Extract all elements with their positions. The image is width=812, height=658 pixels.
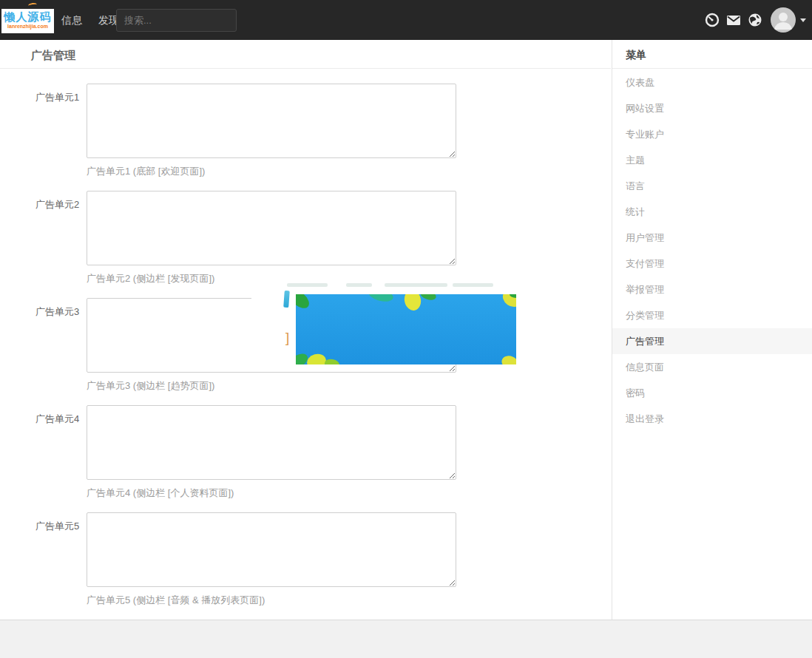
search-box — [116, 9, 237, 32]
logo-subtitle: lanrenzhijia.com — [1, 24, 54, 29]
ad-form-row: 广告单元4 广告单元4 (侧边栏 [个人资料页面]) — [0, 405, 611, 512]
sidebar-item-2[interactable]: 专业账户 — [612, 121, 812, 147]
field-help-text: 广告单元3 (侧边栏 [趋势页面]) — [87, 379, 214, 393]
sidebar-item-0[interactable]: 仪表盘 — [612, 69, 812, 95]
sidebar-header: 菜单 — [612, 40, 812, 69]
field-label: 广告单元1 — [35, 91, 84, 104]
navbar-item-0[interactable]: 信息 — [53, 0, 90, 40]
sidebar-item-3[interactable]: 主题 — [612, 147, 812, 173]
blue-stroke-artifact — [283, 291, 290, 308]
field-help-text: 广告单元1 (底部 [欢迎页面]) — [87, 165, 205, 178]
sidebar-item-13[interactable]: 退出登录 — [612, 406, 812, 432]
audio-player-bar: 00:00 00:00 — [0, 620, 812, 658]
sidebar-item-9[interactable]: 分类管理 — [612, 302, 812, 328]
gauge-icon[interactable] — [705, 13, 720, 27]
bracket-artifact: ] — [285, 330, 289, 346]
field-label: 广告单元2 — [35, 198, 84, 211]
ad-form-row: 广告单元5 广告单元5 (侧边栏 [音频 & 播放列表页面]) — [0, 512, 611, 620]
field-help-text: 广告单元4 (侧边栏 [个人资料页面]) — [87, 486, 234, 500]
field-help-text: 广告单元2 (侧边栏 [发现页面]) — [87, 272, 214, 285]
person-icon — [771, 7, 796, 33]
logo-title: 懒人源码 — [1, 11, 54, 22]
ad-form-row: 广告单元1 广告单元1 (底部 [欢迎页面]) — [0, 84, 611, 191]
field-help-text: 广告单元5 (侧边栏 [音频 & 播放列表页面]) — [87, 594, 265, 607]
field-label: 广告单元4 — [35, 413, 84, 426]
sidebar-item-11[interactable]: 信息页面 — [612, 354, 812, 380]
faint-text-artifact — [453, 283, 493, 287]
navbar-right — [705, 0, 809, 40]
faint-text-artifact — [385, 283, 447, 287]
page-header: 广告管理 — [0, 40, 611, 69]
search-input[interactable] — [116, 9, 237, 32]
ad-code-textarea[interactable] — [87, 191, 456, 265]
field-label: 广告单元3 — [35, 305, 84, 319]
sidebar-title: 菜单 — [626, 49, 646, 62]
sidebar-item-4[interactable]: 语言 — [612, 173, 812, 199]
page: 懒人源码 lanrenzhijia.com 信息发现 — [0, 0, 812, 658]
sidebar-item-12[interactable]: 密码 — [612, 380, 812, 406]
globe-icon[interactable] — [748, 13, 762, 27]
mail-icon[interactable] — [726, 13, 741, 27]
caret-down-icon[interactable] — [800, 18, 806, 22]
sidebar-item-7[interactable]: 支付管理 — [612, 251, 812, 277]
sidebar-item-6[interactable]: 用户管理 — [612, 225, 812, 251]
logo-squiggle-icon — [28, 2, 38, 8]
sidebar-item-5[interactable]: 统计 — [612, 199, 812, 225]
faint-text-artifact — [346, 283, 372, 287]
navbar: 懒人源码 lanrenzhijia.com 信息发现 — [0, 0, 812, 40]
field-label: 广告单元5 — [35, 520, 84, 533]
user-avatar[interactable] — [771, 7, 796, 33]
faint-text-artifact — [287, 283, 328, 287]
sidebar-item-1[interactable]: 网站设置 — [612, 95, 812, 121]
site-logo[interactable]: 懒人源码 lanrenzhijia.com — [1, 9, 54, 33]
ad-code-textarea[interactable] — [87, 512, 456, 587]
page-title: 广告管理 — [31, 49, 75, 63]
sidebar-item-8[interactable]: 举报管理 — [612, 277, 812, 302]
ad-code-textarea[interactable] — [87, 84, 456, 158]
sidebar: 菜单 仪表盘网站设置专业账户主题语言统计用户管理支付管理举报管理分类管理广告管理… — [612, 40, 812, 620]
ad-code-textarea[interactable] — [87, 405, 456, 480]
ad-banner-image[interactable] — [296, 294, 516, 364]
sidebar-item-10[interactable]: 广告管理 — [612, 328, 812, 354]
ad-preview-overlay: ] — [251, 279, 516, 364]
